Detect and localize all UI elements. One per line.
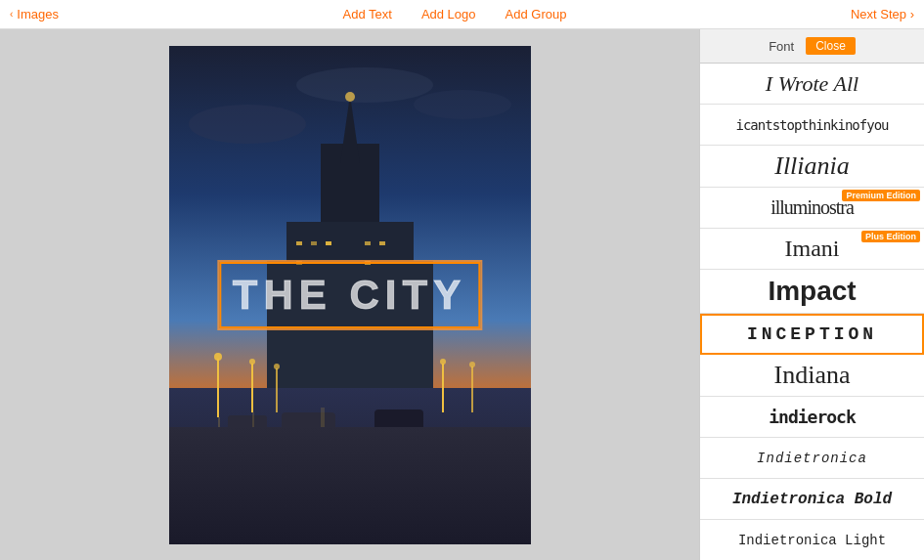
svg-point-36 [296,67,433,103]
font-name-indietronica: Indietronica [757,451,867,466]
svg-rect-30 [228,415,267,435]
font-name-illiania: Illiania [774,151,850,181]
font-item-inception[interactable]: INCEPTION [700,314,924,355]
svg-point-17 [249,359,255,365]
font-name-inception: INCEPTION [747,324,877,344]
svg-rect-31 [321,408,325,486]
svg-rect-32 [218,417,220,476]
font-item-iwroteall[interactable]: I Wrote All [700,64,924,105]
svg-rect-29 [374,409,423,431]
back-button[interactable]: ‹ Images [10,7,59,22]
text-overlay[interactable]: THE CITY [219,262,480,328]
font-panel: Font Close I Wrote Allicantstopthinkinof… [699,29,924,560]
svg-point-21 [440,359,446,365]
font-item-imani[interactable]: ImaniPlus Edition [700,229,924,270]
font-item-indietronica[interactable]: Indietronica [700,438,924,479]
font-name-indierock: indierock [769,407,856,427]
back-label[interactable]: Images [17,7,59,22]
font-name-iwroteall: I Wrote All [766,71,858,97]
next-step-button[interactable]: Next Step › [851,7,914,22]
svg-rect-8 [311,241,317,245]
top-bar: ‹ Images Add Text Add Logo Add Group Nex… [0,0,924,29]
font-item-illuminostra[interactable]: illuminostraPremium Edition [700,188,924,229]
svg-rect-11 [379,241,385,245]
canvas-area: THE CITY [0,29,699,560]
font-list: I Wrote AllicantstopthinkinofyouIlliania… [700,64,924,560]
badge-imani: Plus Edition [861,231,920,242]
image-container: THE CITY [169,46,531,544]
svg-rect-33 [252,412,254,476]
font-item-impact[interactable]: Impact [700,270,924,314]
svg-rect-9 [326,241,331,245]
add-logo-button[interactable]: Add Logo [421,7,476,22]
font-name-indiana: Indiana [774,361,851,390]
svg-point-19 [274,364,280,369]
svg-rect-7 [296,241,302,245]
font-item-illiania[interactable]: Illiania [700,146,924,188]
font-panel-header: Font Close [700,29,924,64]
font-name-indietronica-light: Indietronica Light [738,533,886,548]
svg-point-34 [189,105,306,144]
svg-point-35 [414,90,511,119]
font-item-indietronica-bold[interactable]: Indietronica Bold [700,479,924,520]
main-area: THE CITY Font Close I Wrote Allicantstop… [0,29,924,560]
chevron-left-icon: ‹ [10,9,13,20]
font-name-impact: Impact [768,276,856,307]
top-bar-center: Add Text Add Logo Add Group [343,7,567,22]
svg-rect-1 [169,388,531,544]
add-text-button[interactable]: Add Text [343,7,392,22]
font-item-indiana[interactable]: Indiana [700,355,924,397]
font-item-indietronica-light[interactable]: Indietronica Light [700,520,924,560]
font-name-icantstop: icantstopthinkinofyou [735,117,888,133]
font-item-indierock[interactable]: indierock [700,397,924,438]
font-item-icantstop[interactable]: icantstopthinkinofyou [700,105,924,146]
font-name-imani: Imani [785,236,840,262]
svg-rect-28 [282,412,335,437]
close-button[interactable]: Close [806,37,856,55]
svg-point-15 [214,353,222,361]
add-group-button[interactable]: Add Group [506,7,567,22]
font-name-illuminostra: illuminostra [770,196,854,219]
svg-rect-10 [365,241,371,245]
badge-illuminostra: Premium Edition [842,190,920,201]
font-label: Font [769,39,794,54]
svg-point-23 [469,362,475,367]
font-name-indietronica-bold: Indietronica Bold [732,491,892,508]
